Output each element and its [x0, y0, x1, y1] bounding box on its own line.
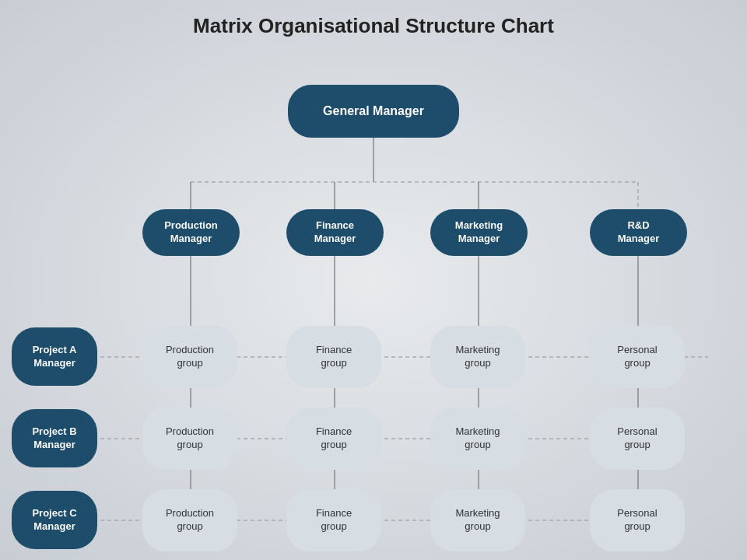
row1-personal-node: Personal group — [590, 326, 685, 388]
page-title: Matrix Organisational Structure Chart — [0, 0, 747, 46]
project-b-manager-node: Project B Manager — [12, 409, 97, 467]
marketing-manager-node: Marketing Manager — [430, 209, 528, 256]
finance-manager-node: Finance Manager — [286, 209, 384, 256]
row2-personal-node: Personal group — [590, 408, 685, 470]
row3-marketing-node: Marketing group — [430, 489, 525, 551]
row2-production-node: Production group — [142, 408, 237, 470]
project-c-manager-node: Project C Manager — [12, 491, 97, 549]
row2-finance-node: Finance group — [286, 408, 381, 470]
row1-production-node: Production group — [142, 326, 237, 388]
production-manager-node: Production Manager — [142, 209, 240, 256]
general-manager-node: General Manager — [288, 85, 459, 138]
row1-marketing-node: Marketing group — [430, 326, 525, 388]
rnd-manager-node: R&D Manager — [590, 209, 687, 256]
row3-production-node: Production group — [142, 489, 237, 551]
row3-finance-node: Finance group — [286, 489, 381, 551]
row2-marketing-node: Marketing group — [430, 408, 525, 470]
project-a-manager-node: Project A Manager — [12, 327, 97, 386]
row3-personal-node: Personal group — [590, 489, 685, 551]
row1-finance-node: Finance group — [286, 326, 381, 388]
